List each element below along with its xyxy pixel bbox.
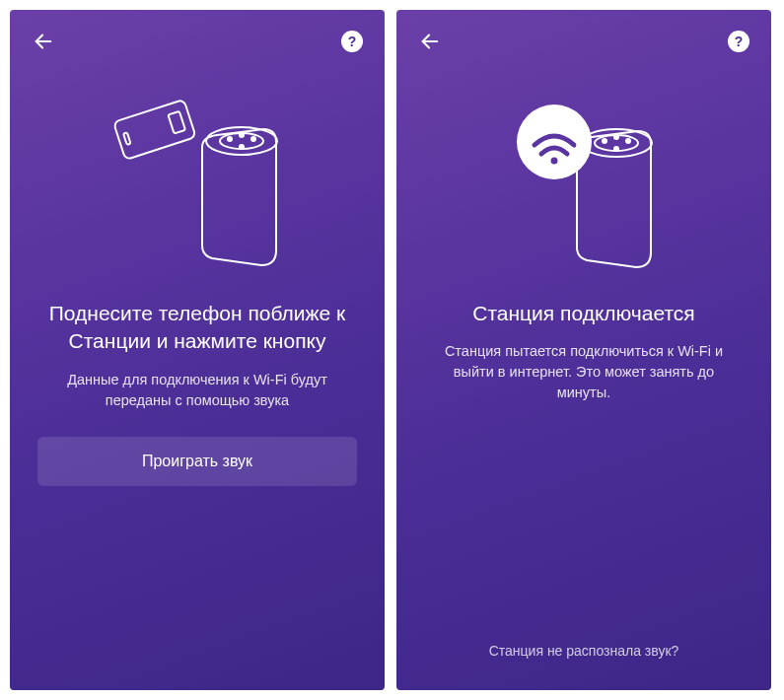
header: ? — [396, 10, 771, 73]
play-sound-button[interactable]: Проиграть звук — [37, 437, 357, 486]
subtitle: Станция пытается подключиться к Wi-Fi и … — [424, 341, 744, 403]
svg-point-16 — [626, 139, 630, 143]
svg-point-12 — [551, 158, 558, 165]
header: ? — [10, 10, 385, 73]
svg-rect-2 — [168, 111, 185, 134]
help-button[interactable]: ? — [728, 31, 749, 52]
svg-point-15 — [603, 139, 606, 143]
content: Станция подключается Станция пытается по… — [396, 300, 771, 403]
svg-point-8 — [240, 133, 244, 137]
title: Поднесите телефон поближе к Станции и на… — [37, 300, 357, 356]
svg-point-17 — [614, 135, 618, 139]
svg-rect-3 — [123, 132, 131, 145]
help-button[interactable]: ? — [341, 31, 363, 52]
content: Поднесите телефон поближе к Станции и на… — [10, 300, 385, 411]
svg-point-18 — [614, 147, 618, 151]
back-button[interactable] — [418, 30, 442, 53]
title: Станция подключается — [424, 300, 744, 327]
illustration-wifi-speaker — [396, 83, 771, 280]
illustration-phone-speaker — [10, 83, 385, 280]
svg-point-7 — [251, 137, 255, 141]
svg-point-6 — [228, 137, 232, 141]
setup-screen-play-sound: ? Поднесите телефон поближе к Станции и — [10, 10, 385, 690]
subtitle: Данные для подключения к Wi-Fi будут пер… — [37, 370, 357, 411]
setup-screen-connecting: ? Станция подключается Станци — [396, 10, 771, 690]
not-recognized-link[interactable]: Станция не распознала звук? — [396, 643, 771, 659]
svg-point-9 — [240, 145, 244, 149]
back-button[interactable] — [32, 30, 55, 53]
